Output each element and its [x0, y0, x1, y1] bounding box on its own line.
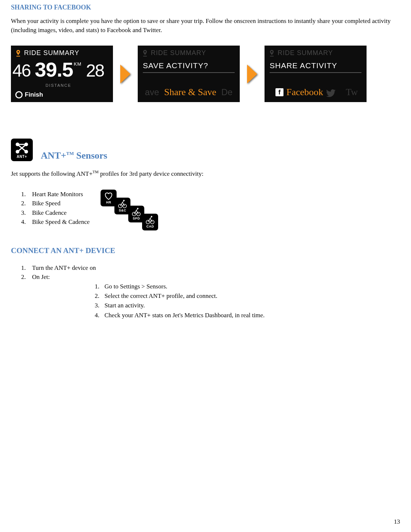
ant-sensors-heading: ANT+TM Sensors [41, 150, 107, 161]
stat-right: 28 [86, 61, 104, 81]
list-item: Bike Cadence [32, 208, 67, 218]
screen2-title: RIDE SUMMARY [151, 49, 206, 57]
stat-left: 46 [12, 61, 30, 81]
connect-outer-list: 1.Turn the ANT+ device on 2.On Jet: [11, 263, 400, 282]
svg-point-15 [123, 200, 125, 201]
connect-inner-list: 1.Go to Settings > Sensors. 2.Select the… [95, 282, 400, 320]
svg-point-0 [17, 51, 19, 53]
svg-point-21 [151, 216, 152, 217]
pin-icon [269, 50, 274, 57]
list-item: Bike Speed [32, 199, 60, 208]
section-heading-connect: CONNECT AN ANT+ DEVICE [11, 246, 400, 255]
svg-point-2 [144, 51, 146, 53]
list-item: Check your ANT+ stats on Jet's Metrics D… [105, 311, 265, 320]
cad-icon: CAD [142, 214, 158, 230]
svg-rect-1 [16, 56, 20, 57]
svg-rect-5 [270, 56, 274, 57]
list-item: On Jet: [32, 272, 50, 282]
stat-distance: 39.5KM [35, 58, 81, 81]
pin-icon [142, 50, 147, 57]
twitter-option[interactable]: Tw [346, 87, 358, 98]
pin-icon [15, 50, 20, 57]
screen-save-activity: RIDE SUMMARY SAVE ACTIVITY? ave Share & … [138, 46, 240, 102]
list-item: Go to Settings > Sensors. [105, 282, 168, 291]
share-save-option[interactable]: Share & Save [164, 87, 216, 98]
finish-button[interactable]: Finish [15, 91, 43, 98]
list-item: Bike Speed & Cadence [32, 217, 90, 227]
facebook-icon: f [275, 88, 283, 96]
list-item: Select the correct ANT+ profile, and con… [105, 291, 218, 301]
sharing-body: When your activity is complete you have … [11, 17, 400, 35]
save-activity-label: SAVE ACTIVITY? [143, 61, 235, 73]
save-option-right[interactable]: De [221, 87, 232, 97]
finish-dot-icon [15, 91, 23, 98]
share-activity-label: SHARE ACTIVITY [270, 61, 361, 73]
screen1-title: RIDE SUMMARY [24, 49, 79, 57]
svg-point-18 [137, 208, 138, 209]
list-item: Turn the ANT+ device on [32, 263, 96, 273]
screen-share-activity: RIDE SUMMARY SHARE ACTIVITY f Facebook T… [265, 46, 367, 102]
section-heading-sharing: SHARING TO FACEBOOK [11, 4, 400, 11]
svg-rect-3 [143, 56, 147, 57]
facebook-option[interactable]: Facebook [286, 87, 323, 98]
svg-point-4 [271, 51, 273, 53]
list-item: Heart Rate Monitors [32, 190, 83, 199]
screenshot-flow: RIDE SUMMARY 46 39.5KM 28 DISTANCE Finis… [11, 46, 400, 102]
arrow-icon [247, 65, 257, 84]
arrow-icon [120, 65, 130, 84]
twitter-icon [326, 88, 336, 96]
ant-heading-row: ANT+ ANT+TM Sensors [11, 139, 400, 161]
ant-body: Jet supports the following ANT+TM profil… [11, 169, 400, 178]
list-item: Start an activity. [105, 301, 145, 310]
ant-profile-list: 1.Heart Rate Monitors 2.Bike Speed 3.Bik… [11, 190, 90, 227]
save-option-left[interactable]: ave [145, 87, 159, 97]
sensor-icons-cluster: HR S&C SPD CAD [101, 190, 159, 232]
ant-plus-icon: ANT+ [11, 139, 33, 161]
screen-ride-summary: RIDE SUMMARY 46 39.5KM 28 DISTANCE Finis… [11, 46, 113, 102]
distance-label: DISTANCE [46, 83, 71, 88]
screen3-title: RIDE SUMMARY [278, 49, 333, 57]
